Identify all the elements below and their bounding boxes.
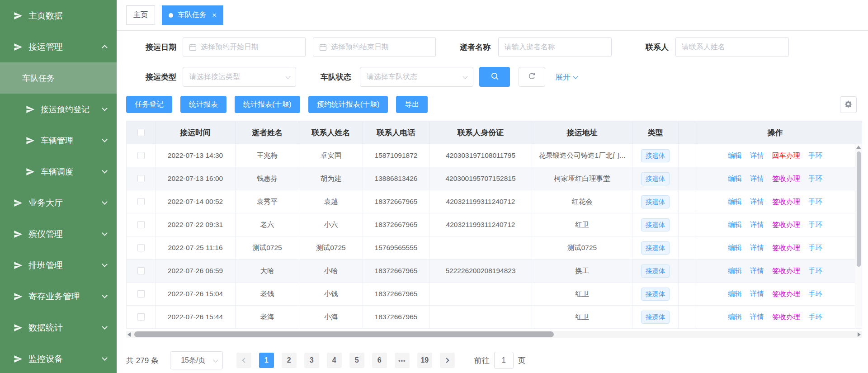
sidebar-item[interactable]: 数据统计 xyxy=(0,312,117,343)
goto-page-input[interactable] xyxy=(494,352,514,369)
deceased-name-input[interactable] xyxy=(498,37,612,57)
vertical-scroll-thumb[interactable] xyxy=(857,151,861,267)
page-button[interactable]: 5 xyxy=(349,353,364,368)
detail-link[interactable]: 详情 xyxy=(750,197,764,207)
wristband-link[interactable]: 手环 xyxy=(808,289,822,299)
toolbar-button[interactable]: 任务登记 xyxy=(126,96,172,113)
horizontal-scroll-thumb[interactable] xyxy=(134,331,554,337)
scroll-left-arrow-icon[interactable] xyxy=(127,332,131,337)
edit-link[interactable]: 编辑 xyxy=(728,174,742,184)
tab-fleet-tasks[interactable]: 车队任务 × xyxy=(162,5,223,25)
process-link[interactable]: 签收办理 xyxy=(772,174,800,184)
tab-home[interactable]: 主页 xyxy=(126,5,155,25)
edit-link[interactable]: 编辑 xyxy=(728,151,742,161)
edit-link[interactable]: 编辑 xyxy=(728,312,742,322)
date-end-field[interactable] xyxy=(331,43,429,51)
row-checkbox[interactable] xyxy=(137,290,145,297)
sidebar-item[interactable]: 监控设备 xyxy=(0,343,117,373)
page-button[interactable]: 19 xyxy=(417,353,432,368)
page-nav: 1 2 3 4 5 6 ••• 19 xyxy=(236,353,462,368)
wristband-link[interactable]: 手环 xyxy=(808,266,822,276)
row-checkbox[interactable] xyxy=(137,267,145,274)
sidebar-item[interactable]: 车辆管理 xyxy=(0,125,117,156)
wristband-link[interactable]: 手环 xyxy=(808,197,822,207)
next-page-button[interactable] xyxy=(440,353,455,368)
toolbar-button[interactable]: 导出 xyxy=(396,96,428,113)
contact-name-input[interactable] xyxy=(675,37,789,57)
sidebar-item[interactable]: 接运管理 xyxy=(0,31,117,62)
sidebar-item[interactable]: 主页数据 xyxy=(0,0,117,31)
edit-link[interactable]: 编辑 xyxy=(728,243,742,253)
date-end-input[interactable] xyxy=(313,37,436,57)
edit-link[interactable]: 编辑 xyxy=(728,197,742,207)
scroll-right-arrow-icon[interactable] xyxy=(858,332,861,337)
date-start-input[interactable] xyxy=(183,37,306,57)
sidebar-item[interactable]: 车辆调度 xyxy=(0,156,117,187)
sidebar-item[interactable]: 接运预约登记 xyxy=(0,94,117,125)
wristband-link[interactable]: 手环 xyxy=(808,174,822,184)
page-button[interactable]: 6 xyxy=(372,353,387,368)
search-button[interactable] xyxy=(479,67,510,87)
vertical-scrollbar[interactable] xyxy=(855,144,862,328)
close-icon[interactable]: × xyxy=(212,11,217,19)
cell-contact-phone: 18372667965 xyxy=(363,306,429,328)
row-checkbox[interactable] xyxy=(137,198,145,205)
horizontal-scroll-track[interactable] xyxy=(132,331,856,338)
wristband-link[interactable]: 手环 xyxy=(808,151,822,161)
refresh-button[interactable] xyxy=(519,67,545,87)
contact-name-field[interactable] xyxy=(682,43,783,51)
wristband-link[interactable]: 手环 xyxy=(808,243,822,253)
detail-link[interactable]: 详情 xyxy=(750,312,764,322)
scroll-up-arrow-icon[interactable] xyxy=(856,146,861,149)
detail-link[interactable]: 详情 xyxy=(750,174,764,184)
row-checkbox[interactable] xyxy=(137,244,145,251)
deceased-name-field[interactable] xyxy=(505,43,605,51)
page-button[interactable]: 2 xyxy=(282,353,297,368)
detail-link[interactable]: 详情 xyxy=(750,220,764,230)
edit-link[interactable]: 编辑 xyxy=(728,220,742,230)
detail-link[interactable]: 详情 xyxy=(750,266,764,276)
row-checkbox[interactable] xyxy=(137,313,145,321)
edit-link[interactable]: 编辑 xyxy=(728,266,742,276)
row-checkbox[interactable] xyxy=(137,152,145,159)
process-link[interactable]: 签收办理 xyxy=(772,289,800,299)
detail-link[interactable]: 详情 xyxy=(750,151,764,161)
sidebar-item[interactable]: 殡仪管理 xyxy=(0,218,117,250)
chevron-icon xyxy=(102,45,108,51)
sidebar-item[interactable]: 排班管理 xyxy=(0,250,117,281)
expand-link[interactable]: 展开 xyxy=(555,72,577,82)
row-checkbox[interactable] xyxy=(137,221,145,228)
page-button[interactable]: 3 xyxy=(304,353,319,368)
sidebar-item[interactable]: 车队任务 xyxy=(0,62,117,94)
select-all-checkbox[interactable] xyxy=(137,129,145,136)
process-link[interactable]: 回车办理 xyxy=(772,151,800,161)
toolbar-button[interactable]: 统计报表 xyxy=(180,96,226,113)
process-link[interactable]: 签收办理 xyxy=(772,266,800,276)
pickup-type-select[interactable]: 请选择接运类型 xyxy=(183,67,296,87)
wristband-link[interactable]: 手环 xyxy=(808,312,822,322)
column-settings-button[interactable] xyxy=(840,96,857,113)
process-link[interactable]: 签收办理 xyxy=(772,243,800,253)
fleet-status-select[interactable]: 请选择车队状态 xyxy=(360,67,473,87)
page-size-select[interactable]: 15条/页 xyxy=(170,351,223,369)
row-checkbox[interactable] xyxy=(137,175,145,182)
process-link[interactable]: 签收办理 xyxy=(772,312,800,322)
toolbar-button[interactable]: 统计报表(十堰) xyxy=(235,96,300,113)
page-button[interactable]: 1 xyxy=(259,353,274,368)
cell-contact-id xyxy=(429,283,532,305)
page-button[interactable]: 4 xyxy=(327,353,342,368)
sidebar-item[interactable]: 业务大厅 xyxy=(0,187,117,218)
horizontal-scrollbar[interactable] xyxy=(126,331,862,338)
date-start-field[interactable] xyxy=(201,43,299,51)
total-count: 共 279 条 xyxy=(126,355,159,366)
sidebar-item[interactable]: 寄存业务管理 xyxy=(0,281,117,312)
prev-page-button[interactable] xyxy=(236,353,251,368)
page-button[interactable]: ••• xyxy=(395,353,410,368)
detail-link[interactable]: 详情 xyxy=(750,289,764,299)
process-link[interactable]: 签收办理 xyxy=(772,220,800,230)
edit-link[interactable]: 编辑 xyxy=(728,289,742,299)
detail-link[interactable]: 详情 xyxy=(750,243,764,253)
toolbar-button[interactable]: 预约统计报表(十堰) xyxy=(308,96,388,113)
wristband-link[interactable]: 手环 xyxy=(808,220,822,230)
process-link[interactable]: 签收办理 xyxy=(772,197,800,207)
